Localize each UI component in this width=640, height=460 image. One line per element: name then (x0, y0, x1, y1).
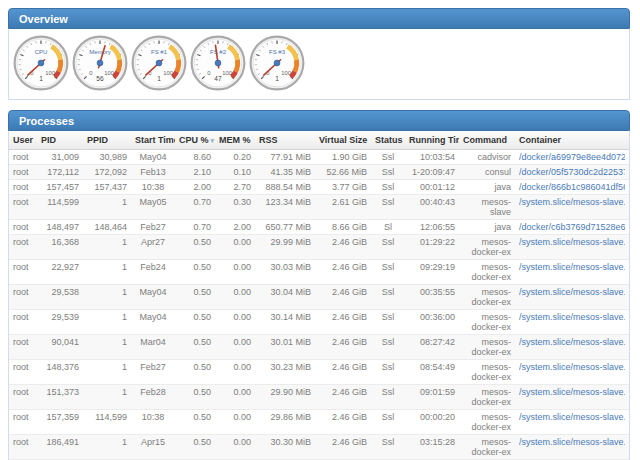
column-header-user[interactable]: User (9, 131, 37, 150)
container-cell: /docker/c6b3769d71528e6575b (515, 220, 629, 235)
container-cell: /system.slice/mesos-slave.s (515, 335, 629, 360)
container-link[interactable]: /system.slice/mesos-slave.s (519, 387, 625, 397)
start-time-cell: May04 (131, 310, 175, 335)
cpu-cell: 0.50 (175, 285, 215, 310)
container-link[interactable]: /system.slice/mesos-slave.s (519, 262, 625, 272)
running-time-cell: 09:29:19 (405, 260, 459, 285)
pid-cell: 148,376 (37, 360, 83, 385)
ppid-cell: 114,599 (83, 410, 131, 435)
column-header-start-time[interactable]: Start Time (131, 131, 175, 150)
gauge-dial: CPU01001 (12, 34, 70, 92)
container-link[interactable]: /docker/a69979e8ee4d072b775 (519, 152, 625, 162)
status-cell: Ssl (371, 260, 405, 285)
status-cell: Ssl (371, 335, 405, 360)
cpu-cell: 0.50 (175, 360, 215, 385)
virtual-size-cell: 2.46 GiB (315, 260, 371, 285)
status-cell: Ssl (371, 150, 405, 165)
column-header-running-time[interactable]: Running Time (405, 131, 459, 150)
table-row: root172,112172,092Feb132.100.1041.35 MiB… (9, 165, 629, 180)
ppid-cell: 1 (83, 260, 131, 285)
gauge-max: 100 (45, 70, 55, 76)
mem-cell: 0.00 (215, 310, 255, 335)
command-cell: cadvisor (459, 150, 515, 165)
user-cell: root (9, 260, 37, 285)
gauge-value: 1 (39, 75, 43, 82)
processes-panel-header: Processes (8, 110, 630, 131)
mem-cell: 0.00 (215, 360, 255, 385)
virtual-size-cell: 3.77 GiB (315, 180, 371, 195)
cpu-cell: 0.50 (175, 260, 215, 285)
start-time-cell: 10:38 (131, 410, 175, 435)
start-time-cell: Apr27 (131, 235, 175, 260)
virtual-size-cell: 2.46 GiB (315, 360, 371, 385)
running-time-cell: 00:40:43 (405, 195, 459, 220)
column-header-ppid[interactable]: PPID (83, 131, 131, 150)
cpu-cell: 0.50 (175, 310, 215, 335)
column-header-mem[interactable]: MEM % (215, 131, 255, 150)
table-row: root151,3731Feb280.500.0029.90 MiB2.46 G… (9, 385, 629, 410)
container-cell: /system.slice/mesos-slave.s (515, 195, 629, 220)
table-row: root114,5991May050.700.30123.34 MiB2.61 … (9, 195, 629, 220)
column-header-container[interactable]: Container (515, 131, 629, 150)
status-cell: Sl (371, 220, 405, 235)
user-cell: root (9, 150, 37, 165)
user-cell: root (9, 385, 37, 410)
table-row: root29,5391May040.500.0030.14 MiB2.46 Gi… (9, 310, 629, 335)
cpu-cell: 0.70 (175, 220, 215, 235)
mem-cell: 0.00 (215, 385, 255, 410)
container-link[interactable]: /system.slice/mesos-slave.s (519, 197, 625, 207)
pid-cell: 29,539 (37, 310, 83, 335)
status-cell: Ssl (371, 285, 405, 310)
ppid-cell: 1 (83, 310, 131, 335)
user-cell: root (9, 360, 37, 385)
gauge-dial: FS #101001 (130, 34, 188, 92)
container-link[interactable]: /system.slice/mesos-slave.s (519, 312, 625, 322)
container-cell: /docker/05f5730dc2d22537d63 (515, 165, 629, 180)
container-cell: /system.slice/mesos-slave.s (515, 435, 629, 460)
container-link[interactable]: /system.slice/mesos-slave.s (519, 362, 625, 372)
gauge-max: 100 (104, 70, 114, 76)
pid-cell: 186,491 (37, 435, 83, 460)
gauge-value: 56 (96, 75, 104, 82)
container-link[interactable]: /system.slice/mesos-slave.s (519, 437, 625, 447)
gauge-dial: FS #301001 (248, 34, 306, 92)
mem-cell: 0.30 (215, 195, 255, 220)
container-link[interactable]: /docker/05f5730dc2d22537d63 (519, 167, 625, 177)
container-link[interactable]: /system.slice/mesos-slave.s (519, 287, 625, 297)
gauge-label: FS #1 (151, 49, 168, 55)
container-link[interactable]: /docker/866b1c986041df56901 (519, 182, 625, 192)
start-time-cell: Mar04 (131, 335, 175, 360)
user-cell: root (9, 220, 37, 235)
container-link[interactable]: /docker/c6b3769d71528e6575b (519, 222, 625, 232)
column-header-command[interactable]: Command (459, 131, 515, 150)
start-time-cell: Feb24 (131, 260, 175, 285)
cpu-cell: 0.50 (175, 385, 215, 410)
rss-cell: 30.01 MiB (255, 335, 315, 360)
column-header-rss[interactable]: RSS (255, 131, 315, 150)
mem-cell: 2.70 (215, 180, 255, 195)
command-cell: mesos-docker-ex (459, 260, 515, 285)
command-cell: consul (459, 165, 515, 180)
pid-cell: 29,538 (37, 285, 83, 310)
gauge-min: 0 (207, 70, 210, 76)
ppid-cell: 148,464 (83, 220, 131, 235)
status-cell: Ssl (371, 435, 405, 460)
user-cell: root (9, 165, 37, 180)
cpu-cell: 0.50 (175, 410, 215, 435)
virtual-size-cell: 2.46 GiB (315, 410, 371, 435)
ppid-cell: 30,989 (83, 150, 131, 165)
column-header-status[interactable]: Status (371, 131, 405, 150)
container-link[interactable]: /system.slice/mesos-slave.s (519, 412, 625, 422)
container-link[interactable]: /system.slice/mesos-slave.s (519, 337, 625, 347)
column-header-virtual-size[interactable]: Virtual Size (315, 131, 371, 150)
virtual-size-cell: 52.66 MiB (315, 165, 371, 180)
table-row: root157,359114,59910:380.500.0029.86 MiB… (9, 410, 629, 435)
column-header-cpu[interactable]: CPU %▾ (175, 131, 215, 150)
command-cell: mesos-slave (459, 195, 515, 220)
rss-cell: 30.14 MiB (255, 310, 315, 335)
container-link[interactable]: /system.slice/mesos-slave.s (519, 237, 625, 247)
gauge-label: Memory (89, 49, 111, 55)
start-time-cell: 10:38 (131, 180, 175, 195)
column-header-pid[interactable]: PID (37, 131, 83, 150)
table-row: root22,9271Feb240.500.0030.03 MiB2.46 Gi… (9, 260, 629, 285)
